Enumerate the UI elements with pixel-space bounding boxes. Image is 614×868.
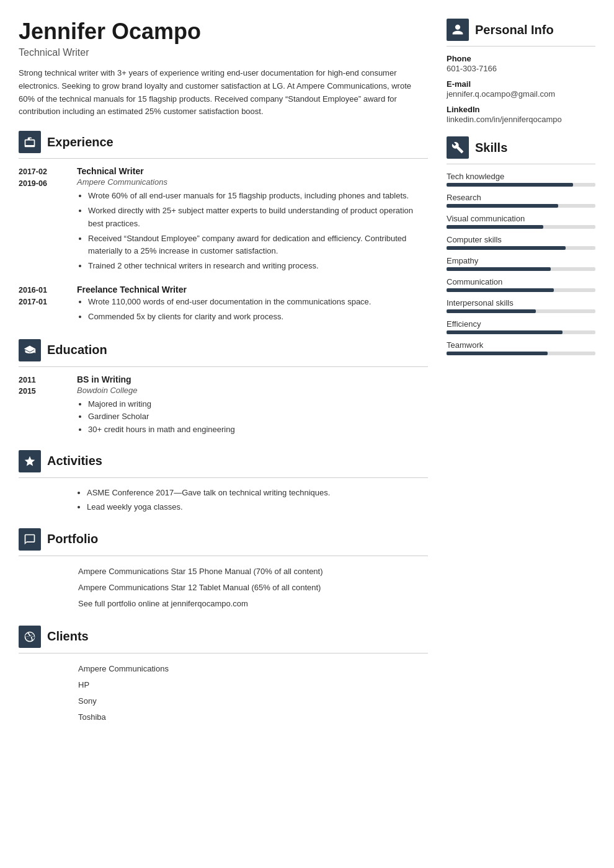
- experience-content: Freelance Technical WriterWrote 110,000 …: [77, 285, 428, 326]
- phone-label: Phone: [447, 54, 595, 63]
- experience-content: Technical WriterAmpere CommunicationsWro…: [77, 166, 428, 275]
- skill-bar-fill: [447, 288, 554, 292]
- activities-title: Activities: [47, 454, 102, 468]
- education-icon: [19, 339, 41, 361]
- skills-wrench-icon: [452, 141, 464, 154]
- experience-bullet: Commended 5x by clients for clarity and …: [88, 311, 428, 324]
- experience-divider: [19, 158, 428, 159]
- activities-icon: [19, 450, 41, 472]
- experience-bullet: Wrote 110,000 words of end-user document…: [88, 296, 428, 309]
- skill-item: Efficiency: [447, 319, 595, 334]
- education-dates: 20112015: [19, 374, 68, 436]
- clients-list: Ampere CommunicationsHPSonyToshiba: [19, 661, 428, 725]
- clients-icon: [19, 626, 41, 648]
- dribbble-icon: [24, 631, 36, 643]
- skill-name: Teamwork: [447, 340, 595, 350]
- experience-bullet: Worked directly with 25+ subject matter …: [88, 205, 428, 231]
- clients-section: Clients Ampere CommunicationsHPSonyToshi…: [19, 626, 428, 725]
- skill-item: Communication: [447, 277, 595, 292]
- right-column: Personal Info Phone 601-303-7166 E-mail …: [447, 19, 595, 849]
- linkedin-label: LinkedIn: [447, 105, 595, 114]
- activity-item: ASME Conference 2017—Gave talk on techni…: [87, 485, 428, 500]
- skill-name: Empathy: [447, 256, 595, 265]
- activities-section-header: Activities: [19, 450, 428, 472]
- portfolio-section: Portfolio Ampere Communications Star 15 …: [19, 528, 428, 612]
- clients-title: Clients: [47, 629, 89, 644]
- experience-entries: 2017-022019-06Technical WriterAmpere Com…: [19, 166, 428, 325]
- education-bullet: 30+ credit hours in math and engineering: [88, 423, 428, 436]
- skills-section: Skills Tech knowledgeResearchVisual comm…: [447, 136, 595, 355]
- skill-name: Research: [447, 193, 595, 202]
- skill-item: Interpersonal skills: [447, 298, 595, 313]
- skill-bar-bg: [447, 309, 595, 313]
- skill-bar-bg: [447, 225, 595, 229]
- candidate-name: Jennifer Ocampo: [19, 19, 428, 45]
- skill-item: Computer skills: [447, 235, 595, 250]
- skill-bar-fill: [447, 225, 543, 229]
- experience-bullet: Wrote 60% of all end-user manuals for 15…: [88, 190, 428, 203]
- graduation-icon: [24, 344, 36, 356]
- candidate-summary: Strong technical writer with 3+ years of…: [19, 67, 428, 118]
- personal-info-header: Personal Info: [447, 19, 595, 41]
- clients-section-header: Clients: [19, 626, 428, 648]
- linkedin-value: linkedin.com/in/jenniferqocampo: [447, 115, 595, 124]
- personal-info-section: Personal Info Phone 601-303-7166 E-mail …: [447, 19, 595, 124]
- experience-job-title: Technical Writer: [77, 166, 428, 176]
- portfolio-title: Portfolio: [47, 532, 98, 546]
- education-section: Education 20112015BS in WritingBowdoin C…: [19, 339, 428, 436]
- skill-item: Research: [447, 193, 595, 208]
- experience-entry: 2016-012017-01Freelance Technical Writer…: [19, 285, 428, 326]
- star-icon: [24, 455, 36, 467]
- person-icon: [452, 24, 464, 36]
- email-value: jennifer.q.ocampo@gmail.com: [447, 89, 595, 99]
- experience-bullets: Wrote 60% of all end-user manuals for 15…: [77, 190, 428, 273]
- portfolio-item: Ampere Communications Star 12 Tablet Man…: [78, 580, 428, 596]
- education-entry: 20112015BS in WritingBowdoin CollegeMajo…: [19, 374, 428, 436]
- education-section-header: Education: [19, 339, 428, 361]
- resume-container: Jennifer Ocampo Technical Writer Strong …: [0, 0, 614, 868]
- experience-dates: 2016-012017-01: [19, 285, 68, 326]
- skill-name: Efficiency: [447, 319, 595, 329]
- skills-header: Skills: [447, 136, 595, 159]
- education-bullet: Majored in writing: [88, 398, 428, 411]
- client-item: Ampere Communications: [78, 661, 428, 677]
- briefcase-icon: [24, 136, 36, 148]
- skill-name: Communication: [447, 277, 595, 286]
- skill-item: Tech knowledge: [447, 172, 595, 187]
- education-divider: [19, 366, 428, 367]
- education-bullets: Majored in writingGardiner Scholar30+ cr…: [77, 398, 428, 436]
- skills-divider: [447, 164, 595, 164]
- experience-company: Ampere Communications: [77, 177, 428, 187]
- skill-bar-fill: [447, 204, 558, 208]
- activity-item: Lead weekly yoga classes.: [87, 500, 428, 514]
- chat-icon: [24, 533, 36, 546]
- skill-bar-fill: [447, 330, 563, 334]
- candidate-title: Technical Writer: [19, 47, 428, 58]
- skill-name: Computer skills: [447, 235, 595, 244]
- skills-list: Tech knowledgeResearchVisual communicati…: [447, 172, 595, 355]
- portfolio-item: Ampere Communications Star 15 Phone Manu…: [78, 564, 428, 580]
- education-entries: 20112015BS in WritingBowdoin CollegeMajo…: [19, 374, 428, 436]
- skills-title: Skills: [475, 141, 507, 155]
- portfolio-items: Ampere Communications Star 15 Phone Manu…: [19, 564, 428, 612]
- education-degree: BS in Writing: [77, 374, 428, 384]
- portfolio-icon: [19, 528, 41, 551]
- skill-bar-bg: [447, 204, 595, 208]
- experience-job-title: Freelance Technical Writer: [77, 285, 428, 294]
- activities-section: Activities ASME Conference 2017—Gave tal…: [19, 450, 428, 515]
- client-item: Toshiba: [78, 709, 428, 725]
- left-column: Jennifer Ocampo Technical Writer Strong …: [19, 19, 428, 849]
- skill-item: Teamwork: [447, 340, 595, 355]
- header: Jennifer Ocampo Technical Writer Strong …: [19, 19, 428, 118]
- experience-bullets: Wrote 110,000 words of end-user document…: [77, 296, 428, 324]
- experience-section-header: Experience: [19, 131, 428, 153]
- activities-divider: [19, 477, 428, 478]
- clients-divider: [19, 653, 428, 653]
- skill-bar-fill: [447, 309, 536, 313]
- skill-name: Tech knowledge: [447, 172, 595, 181]
- skill-bar-bg: [447, 288, 595, 292]
- portfolio-item: See full portfolio online at jenniferqoc…: [78, 596, 428, 612]
- skill-bar-bg: [447, 246, 595, 250]
- experience-bullet: Trained 2 other technical writers in res…: [88, 260, 428, 273]
- education-title: Education: [47, 343, 107, 357]
